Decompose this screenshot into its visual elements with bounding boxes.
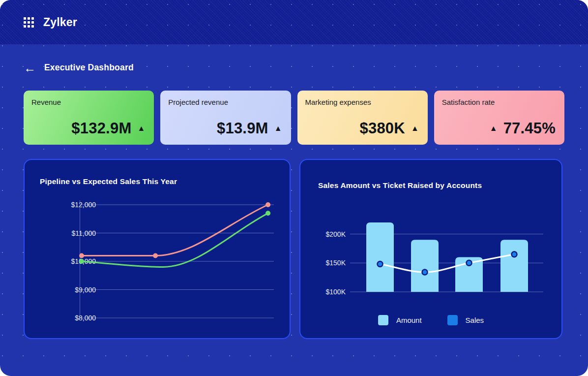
kpi-card-projected-revenue: Projected revenue $13.9M ▲ bbox=[160, 91, 291, 145]
page-header: ← Executive Dashboard bbox=[24, 63, 564, 73]
svg-text:$100K: $100K bbox=[326, 288, 346, 296]
kpi-card-revenue: Revenue $132.9M ▲ bbox=[24, 91, 154, 145]
kpi-value: $380K bbox=[360, 120, 405, 137]
kpi-value-row: $13.9M ▲ bbox=[168, 120, 282, 137]
chart-title: Sales Amount vs Ticket Raised by Account… bbox=[318, 181, 482, 190]
kpi-value-row: ▲ 77.45% bbox=[442, 120, 556, 137]
chart-title: Pipeline vs Expected Sales This Year bbox=[40, 177, 177, 186]
kpi-row: Revenue $132.9M ▲ Projected revenue $13.… bbox=[24, 91, 564, 145]
charts-row: Pipeline vs Expected Sales This Year $12… bbox=[24, 159, 564, 339]
pipeline-line-chart: $12,000$11,000$10,000$9,000$8,000 bbox=[25, 190, 291, 328]
kpi-value: $132.9M bbox=[71, 120, 131, 137]
kpi-label: Marketing expenses bbox=[305, 98, 419, 106]
legend-label: Amount bbox=[396, 316, 422, 324]
legend-item-amount: Amount bbox=[378, 315, 422, 325]
brand-logo: Zylker bbox=[43, 16, 77, 29]
amount-swatch-icon bbox=[378, 315, 388, 325]
svg-text:$12,000: $12,000 bbox=[71, 201, 96, 209]
page-title: Executive Dashboard bbox=[44, 63, 134, 73]
sales-bar-line-chart: $200K$150K$100K bbox=[300, 198, 562, 312]
kpi-card-marketing-expenses: Marketing expenses $380K ▲ bbox=[297, 91, 428, 145]
kpi-value: 77.45% bbox=[503, 120, 556, 137]
svg-text:$8,000: $8,000 bbox=[75, 314, 96, 322]
sales-swatch-icon bbox=[447, 315, 458, 325]
trend-up-icon: ▲ bbox=[490, 124, 498, 133]
apps-grid-icon[interactable] bbox=[24, 17, 34, 28]
kpi-value-row: $132.9M ▲ bbox=[31, 120, 145, 137]
kpi-value: $13.9M bbox=[217, 120, 268, 137]
svg-text:$200K: $200K bbox=[326, 230, 346, 238]
app-window: Zylker ← Executive Dashboard Revenue $13… bbox=[0, 0, 588, 376]
sales-chart-panel: Sales Amount vs Ticket Raised by Account… bbox=[299, 159, 562, 339]
kpi-label: Revenue bbox=[31, 98, 145, 106]
svg-text:$11,000: $11,000 bbox=[71, 229, 96, 237]
kpi-value-row: $380K ▲ bbox=[305, 120, 419, 137]
pipeline-chart-panel: Pipeline vs Expected Sales This Year $12… bbox=[24, 159, 291, 339]
legend-item-sales: Sales bbox=[447, 315, 484, 325]
kpi-card-satisfaction-rate: Satisfaction rate ▲ 77.45% bbox=[434, 91, 564, 145]
svg-text:$150K: $150K bbox=[326, 259, 346, 267]
legend-label: Sales bbox=[466, 316, 484, 324]
trend-up-icon: ▲ bbox=[274, 124, 282, 133]
kpi-label: Projected revenue bbox=[168, 98, 282, 106]
back-arrow-icon[interactable]: ← bbox=[24, 63, 36, 73]
trend-up-icon: ▲ bbox=[411, 124, 419, 133]
kpi-label: Satisfaction rate bbox=[442, 98, 556, 106]
svg-text:$9,000: $9,000 bbox=[75, 286, 96, 294]
trend-up-icon: ▲ bbox=[137, 124, 145, 133]
chart-legend: Amount Sales bbox=[300, 315, 561, 325]
topbar: Zylker bbox=[0, 0, 588, 44]
